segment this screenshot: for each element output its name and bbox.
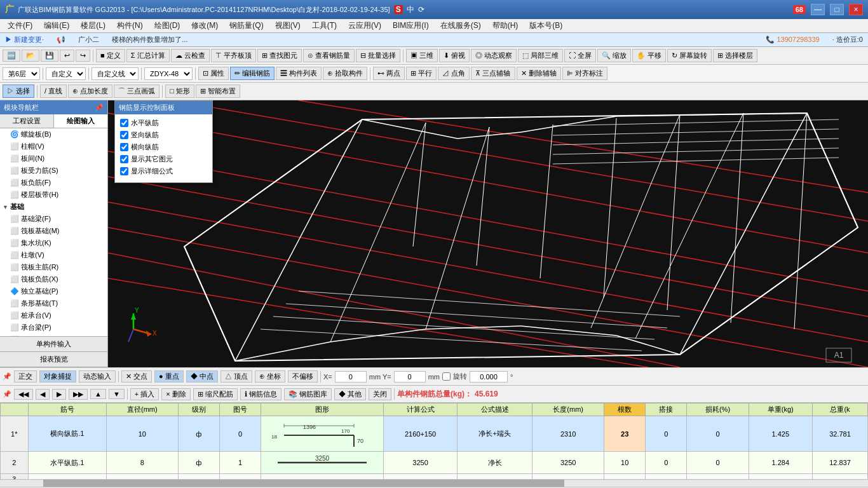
show-formula-checkbox[interactable] bbox=[120, 167, 128, 175]
tree-item-cap-beam[interactable]: ⬜ 承台梁(P) bbox=[0, 322, 107, 334]
edit-rebar-btn[interactable]: ✏ 编辑钢筋 bbox=[230, 67, 275, 80]
menu-cloud[interactable]: 云应用(V) bbox=[343, 19, 386, 32]
cloud-check-btn[interactable]: ☁ 云检查 bbox=[171, 49, 210, 62]
other-btn[interactable]: ◆ 其他 bbox=[334, 388, 366, 400]
level-top-btn[interactable]: ⊤ 平齐板顶 bbox=[211, 49, 256, 62]
check-show-formula[interactable]: 显示详细公式 bbox=[120, 166, 207, 176]
x-input[interactable] bbox=[335, 371, 367, 383]
3d-btn[interactable]: ▣ 三维 bbox=[406, 49, 438, 62]
menu-edit[interactable]: 编辑(E) bbox=[39, 19, 74, 32]
table-hscroll[interactable] bbox=[0, 479, 868, 487]
tree-item-col-pier[interactable]: ⬜ 柱墩(V) bbox=[0, 249, 107, 261]
tree-item-column-cap[interactable]: ⬜ 柱帽(V) bbox=[0, 140, 107, 152]
screen-rotate-btn[interactable]: ↻ 屏幕旋转 bbox=[667, 49, 712, 62]
redo-btn[interactable]: ↪ bbox=[76, 50, 90, 62]
delete-axis-btn[interactable]: ✕ 删除辅轴 bbox=[517, 67, 561, 80]
align-label-btn[interactable]: ⊫ 对齐标注 bbox=[562, 67, 607, 80]
line-select[interactable]: 自定义线 bbox=[92, 67, 139, 80]
fullscreen-btn[interactable]: ⛶ 全屏 bbox=[564, 49, 596, 62]
check-vert-rebar[interactable]: 竖向纵筋 bbox=[120, 130, 207, 140]
view-rebar-btn[interactable]: ⊙ 查看钢筋量 bbox=[303, 49, 355, 62]
coord-btn[interactable]: ⊕ 坐标 bbox=[255, 370, 285, 383]
parallel-btn[interactable]: ⊞ 平行 bbox=[406, 67, 437, 80]
rect-btn[interactable]: □ 矩形 bbox=[165, 85, 194, 98]
menu-modify[interactable]: 修改(M) bbox=[186, 19, 223, 32]
tab-draw-input[interactable]: 绘图输入 bbox=[54, 114, 107, 128]
up-btn[interactable]: ▲ bbox=[90, 389, 106, 399]
pick-component-btn[interactable]: ⊕ 拾取构件 bbox=[323, 67, 367, 80]
table-row[interactable]: 3 bbox=[1, 474, 868, 480]
floor-select[interactable]: 第6层 bbox=[3, 67, 40, 80]
tree-item-slab-inter[interactable]: ⬜ 板间(N) bbox=[0, 152, 107, 165]
mid-btn[interactable]: ◆ 中点 bbox=[186, 370, 218, 383]
delete-row-btn[interactable]: × 删除 bbox=[161, 388, 190, 400]
dynamic-input-btn[interactable]: 动态输入 bbox=[79, 370, 116, 383]
code-select[interactable]: ZDYX-48 bbox=[144, 67, 193, 80]
tree-item-slab-neg[interactable]: ⬜ 板负筋(F) bbox=[0, 177, 107, 189]
last-btn[interactable]: ▶▶ bbox=[69, 389, 88, 400]
new-change-label[interactable]: ▶ 新建变更· bbox=[5, 35, 44, 44]
menu-file[interactable]: 文件(F) bbox=[3, 19, 37, 32]
tree-item-raft-neg[interactable]: ⬜ 筏板负筋(X) bbox=[0, 273, 107, 285]
menu-view[interactable]: 视图(V) bbox=[270, 19, 306, 32]
select-tool-btn[interactable]: ▷ 选择 bbox=[3, 85, 34, 98]
open-btn[interactable]: 📂 bbox=[22, 50, 39, 62]
show-other-checkbox[interactable] bbox=[120, 155, 128, 163]
maximize-btn[interactable]: □ bbox=[830, 4, 844, 15]
point-length-btn[interactable]: ⊕ 点加长度 bbox=[68, 85, 112, 98]
intersect-btn[interactable]: ✕ 交点 bbox=[121, 370, 152, 383]
top-view-btn[interactable]: ⬇ 俯视 bbox=[439, 49, 470, 62]
three-point-axis-btn[interactable]: ⊼ 三点辅轴 bbox=[471, 67, 515, 80]
tree-item-floor-band[interactable]: ⬜ 楼层板带(H) bbox=[0, 189, 107, 201]
component-list-btn[interactable]: ☰ 构件列表 bbox=[276, 67, 322, 80]
menu-version[interactable]: 版本号(B) bbox=[524, 19, 567, 32]
menu-draw[interactable]: 绘图(D) bbox=[149, 19, 186, 32]
check-horiz-rebar[interactable]: 水平纵筋 bbox=[120, 118, 207, 128]
y-input[interactable] bbox=[394, 371, 426, 383]
pan-btn[interactable]: ✋ 平移 bbox=[632, 49, 666, 62]
new-btn[interactable]: 🆕 bbox=[3, 50, 20, 62]
define-select[interactable]: 自定义 bbox=[46, 67, 86, 80]
angle-point-btn[interactable]: ⊿ 点角 bbox=[438, 67, 470, 80]
next-btn[interactable]: ▶ bbox=[52, 389, 66, 400]
check-trans-rebar[interactable]: 横向纵筋 bbox=[120, 142, 207, 152]
tab-project-settings[interactable]: 工程设置 bbox=[0, 114, 54, 128]
menu-online[interactable]: 在线服务(S) bbox=[435, 19, 486, 32]
first-btn[interactable]: ◀◀ bbox=[14, 389, 33, 400]
local-3d-btn[interactable]: ⬚ 局部三维 bbox=[518, 49, 563, 62]
tree-item-sump[interactable]: ⬜ 集水坑(K) bbox=[0, 237, 107, 249]
tree-item-found-beam[interactable]: ⬜ 基础梁(F) bbox=[0, 213, 107, 225]
tree-item-slab-rebar[interactable]: ⬜ 板受力筋(S) bbox=[0, 165, 107, 177]
table-row[interactable]: 2 水平纵筋.1 8 ф 1 3250 3250 净长 3250 10 0 0 … bbox=[1, 452, 868, 474]
rebar-lib-btn[interactable]: 📚 钢筋图库 bbox=[284, 388, 332, 400]
rotate-checkbox[interactable] bbox=[442, 372, 451, 381]
horiz-rebar-checkbox[interactable] bbox=[120, 119, 128, 127]
panel-pin[interactable]: 📌 bbox=[95, 104, 104, 112]
trans-rebar-checkbox[interactable] bbox=[120, 143, 128, 151]
scale-rebar-btn[interactable]: ⊞ 缩尺配筋 bbox=[193, 388, 238, 400]
save-btn[interactable]: 💾 bbox=[41, 50, 58, 62]
menu-floor[interactable]: 楼层(L) bbox=[76, 19, 111, 32]
rebar-info-btn[interactable]: ℹ 钢筋信息 bbox=[240, 388, 281, 400]
tree-item-pile-cap[interactable]: ⬜ 桩承台(V) bbox=[0, 309, 107, 322]
two-point-btn[interactable]: ⊷ 两点 bbox=[373, 67, 405, 80]
dynamic-obs-btn[interactable]: ◎ 动态观察 bbox=[471, 49, 517, 62]
cad-canvas[interactable]: 钢筋显示控制面板 水平纵筋 竖向纵筋 横向纵筋 显示其它图元 bbox=[108, 100, 868, 367]
find-element-btn[interactable]: ⊞ 查找图元 bbox=[257, 49, 302, 62]
select-floor-btn[interactable]: ⊞ 选择楼层 bbox=[713, 49, 757, 62]
define-btn[interactable]: ■ 定义 bbox=[96, 49, 125, 62]
tree-item-raft[interactable]: ⬜ 筏板基础(M) bbox=[0, 225, 107, 237]
smart-layout-btn[interactable]: ⊞ 智能布置 bbox=[196, 85, 240, 98]
undo-btn[interactable]: ↩ bbox=[60, 50, 74, 62]
calc-btn[interactable]: Σ 汇总计算 bbox=[126, 49, 170, 62]
menu-bim[interactable]: BIM应用(I) bbox=[388, 19, 434, 32]
tree-item-raft-main[interactable]: ⬜ 筏板主筋(R) bbox=[0, 261, 107, 273]
tree-item-spiral-slab[interactable]: 🌀 螺旋板(B) bbox=[0, 128, 107, 140]
ortho-btn[interactable]: 正交 bbox=[14, 370, 37, 383]
check-show-other[interactable]: 显示其它图元 bbox=[120, 154, 207, 164]
minimize-btn[interactable]: — bbox=[811, 4, 825, 15]
obj-snap-btn[interactable]: 对象捕捉 bbox=[39, 370, 76, 383]
close-btn[interactable]: × bbox=[849, 4, 863, 15]
close-table-btn[interactable]: 关闭 bbox=[369, 388, 391, 400]
menu-component[interactable]: 构件(N) bbox=[112, 19, 148, 32]
